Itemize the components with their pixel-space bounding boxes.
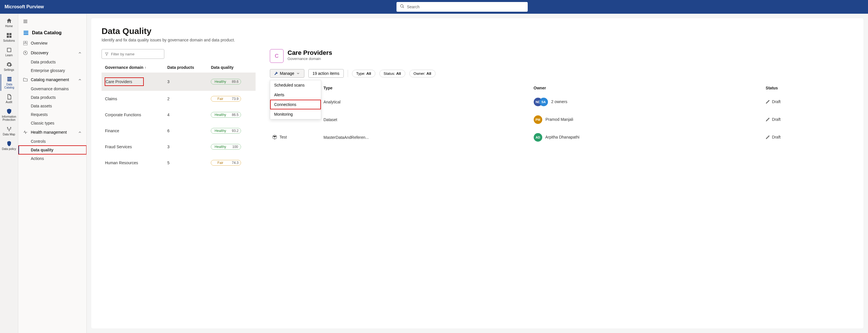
rail-solutions[interactable]: Solutions (1, 31, 18, 44)
manage-dropdown: Scheduled scans Alerts Connections Monit… (270, 80, 321, 119)
product-owner: PM Pramod Manjali (531, 111, 764, 129)
sidenav-group-catalog-mgmt[interactable]: Catalog management (18, 75, 86, 85)
menu-connections[interactable]: Connections (270, 100, 321, 109)
sidenav-cm-assets[interactable]: Data assets (18, 102, 86, 110)
product-status: Draft (763, 93, 853, 111)
table-row[interactable]: Finance 6 Healthy93.2 (101, 123, 255, 139)
domain-quality: Healthy89.6 (207, 73, 255, 91)
domain-name: Human Resources (101, 155, 164, 171)
product-name: Test (270, 129, 321, 146)
col-quality[interactable]: Data quality (207, 62, 255, 73)
domain-name: Care Providers (101, 73, 164, 91)
menu-scheduled-scans[interactable]: Scheduled scans (270, 80, 321, 90)
compass-icon (23, 50, 28, 55)
sidenav-group-discovery[interactable]: Discovery (18, 48, 86, 58)
manage-menu-wrap: Manage Scheduled scans Alerts Connection… (270, 69, 304, 78)
filter-box[interactable] (101, 49, 164, 59)
folder-icon (23, 77, 28, 82)
detail-subtitle: Governance domain (287, 57, 332, 61)
domain-name: Claims (101, 91, 164, 107)
chevron-up-icon (78, 130, 82, 134)
menu-alerts[interactable]: Alerts (270, 90, 321, 100)
svg-point-5 (8, 130, 10, 131)
pcol-status[interactable]: Status (763, 83, 853, 93)
hamburger-button[interactable] (18, 17, 86, 27)
chevron-up-icon (78, 51, 82, 55)
domain-quality: Healthy93.2 (207, 123, 255, 139)
health-icon (23, 130, 28, 135)
sidenav-cm-domains[interactable]: Governance domains (18, 85, 86, 93)
rail-data-policy[interactable]: Data policy (1, 139, 18, 152)
sidenav-group-health-mgmt[interactable]: Health management (18, 128, 86, 137)
table-row[interactable]: Fraud Services 3 Healthy100 (101, 139, 255, 155)
table-row[interactable]: Human Resources 5 Fair74.3 (101, 155, 255, 171)
product-status: Draft (763, 111, 853, 129)
sidenav-hm-data-quality[interactable]: Data quality (18, 146, 86, 154)
domain-name: Corporate Functions (101, 107, 164, 123)
pill-type[interactable]: Type: All (352, 70, 375, 77)
left-rail: Home Solutions Learn Settings Data Catal… (0, 14, 18, 333)
detail-title: Care Providers (287, 49, 332, 57)
sidenav-discovery-glossary[interactable]: Enterprise glossary (18, 66, 86, 75)
search-input[interactable] (404, 5, 524, 9)
detail-panel: C Care Providers Governance domain Manag… (270, 49, 853, 146)
page-title: Data Quality (101, 26, 853, 36)
domain-product-count: 3 (164, 139, 207, 155)
svg-rect-0 (7, 77, 11, 78)
sidenav-header: Data Catalog (18, 27, 86, 38)
svg-rect-9 (23, 41, 25, 43)
search-icon (400, 4, 404, 10)
sort-asc-icon: ↑ (144, 66, 146, 70)
domain-quality: Healthy86.5 (207, 107, 255, 123)
rail-audit[interactable]: Audit (1, 92, 18, 105)
menu-monitoring[interactable]: Monitoring (270, 109, 321, 119)
rail-learn[interactable]: Learn (1, 45, 18, 59)
pill-owner[interactable]: Owner: All (409, 70, 436, 77)
table-row[interactable]: Dataset PM Pramod Manjali Draft (270, 111, 853, 129)
svg-point-3 (7, 127, 8, 128)
sidenav-hm-actions[interactable]: Actions (18, 154, 86, 163)
wrench-icon (274, 72, 278, 75)
table-row[interactable]: Corporate Functions 4 Healthy86.5 (101, 107, 255, 123)
search-box[interactable] (397, 2, 528, 12)
product-type: Analytical (321, 93, 531, 111)
sidenav-hm-controls[interactable]: Controls (18, 137, 86, 146)
sidenav-cm-classic[interactable]: Classic types (18, 119, 86, 128)
domain-avatar: C (270, 49, 283, 63)
sidenav-discovery-products[interactable]: Data products (18, 58, 86, 66)
action-items-button[interactable]: 19 action items (308, 69, 344, 78)
chevron-down-icon (296, 72, 300, 75)
svg-rect-2 (7, 80, 11, 81)
table-row[interactable]: Analytical NDSA 2 owners Draft (270, 93, 853, 111)
manage-button[interactable]: Manage (270, 69, 304, 78)
sidenav-overview[interactable]: Overview (18, 38, 86, 48)
table-row[interactable]: Test MasterDataAndReferen... AD Arpitha … (270, 129, 853, 146)
svg-rect-6 (24, 31, 29, 32)
pencil-icon (766, 135, 770, 140)
rail-data-map[interactable]: Data Map (1, 124, 18, 138)
filter-icon (105, 52, 109, 56)
table-row[interactable]: Claims 2 Fair73.9 (101, 91, 255, 107)
sidenav-cm-requests[interactable]: Requests (18, 110, 86, 119)
col-products[interactable]: Data products (164, 62, 207, 73)
pcol-owner[interactable]: Owner (531, 83, 764, 93)
cube-icon (272, 135, 277, 140)
domains-table: Governance domain ↑ Data products Data q… (101, 62, 255, 171)
pcol-type[interactable]: Type (321, 83, 531, 93)
rail-data-catalog[interactable]: Data Catalog (1, 74, 18, 91)
svg-rect-11 (23, 44, 27, 45)
domain-product-count: 4 (164, 107, 207, 123)
pill-status[interactable]: Status: All (379, 70, 405, 77)
svg-rect-7 (24, 32, 29, 33)
sidenav-cm-products[interactable]: Data products (18, 93, 86, 102)
rail-home[interactable]: Home (1, 16, 18, 29)
rail-settings[interactable]: Settings (1, 60, 18, 73)
filter-input[interactable] (111, 52, 161, 56)
col-domain[interactable]: Governance domain ↑ (101, 62, 164, 73)
domain-product-count: 6 (164, 123, 207, 139)
table-row[interactable]: Care Providers 3 Healthy89.6 (101, 73, 255, 91)
pencil-icon (766, 117, 770, 122)
rail-info-protection[interactable]: Information Protection (1, 107, 18, 123)
product-status: Draft (763, 129, 853, 146)
svg-rect-10 (26, 41, 27, 43)
